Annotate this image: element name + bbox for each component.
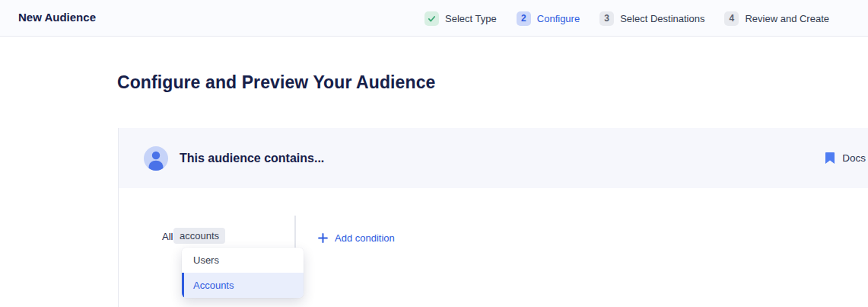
condition-prefix-label: All (162, 231, 173, 242)
bookmark-icon (825, 152, 835, 164)
step-label: Select Type (445, 13, 497, 24)
step-label: Review and Create (745, 13, 829, 24)
docs-label: Docs (842, 152, 866, 164)
stepper: Select Type 2 Configure 3 Select Destina… (424, 0, 829, 37)
step-review-and-create[interactable]: 4 Review and Create (724, 11, 829, 26)
check-icon (424, 11, 439, 26)
add-condition-button[interactable]: Add condition (318, 232, 395, 244)
dropdown-option-users[interactable]: Users (182, 248, 304, 273)
audience-panel: This audience contains... Docs All accou… (118, 128, 868, 307)
step-number-badge: 3 (599, 11, 614, 26)
step-label: Select Destinations (620, 13, 704, 24)
step-select-type[interactable]: Select Type (424, 11, 497, 26)
docs-link[interactable]: Docs (825, 152, 866, 164)
step-label: Configure (537, 13, 580, 24)
panel-title: This audience contains... (180, 152, 324, 165)
panel-header: This audience contains... Docs (119, 128, 868, 188)
person-icon (144, 146, 168, 171)
entity-dropdown-menu: Users Accounts (182, 248, 304, 298)
page-heading: Configure and Preview Your Audience (117, 72, 435, 93)
add-condition-label: Add condition (335, 232, 395, 244)
step-configure[interactable]: 2 Configure (517, 11, 580, 26)
dropdown-option-accounts[interactable]: Accounts (182, 273, 304, 298)
top-bar: New Audience Select Type 2 Configure 3 S… (0, 0, 868, 37)
step-number-badge: 4 (724, 11, 739, 26)
step-select-destinations[interactable]: 3 Select Destinations (599, 11, 704, 26)
plus-icon (318, 233, 328, 243)
page-title: New Audience (18, 11, 96, 24)
step-number-badge: 2 (517, 11, 531, 26)
entity-select-trigger[interactable]: accounts (173, 228, 225, 244)
